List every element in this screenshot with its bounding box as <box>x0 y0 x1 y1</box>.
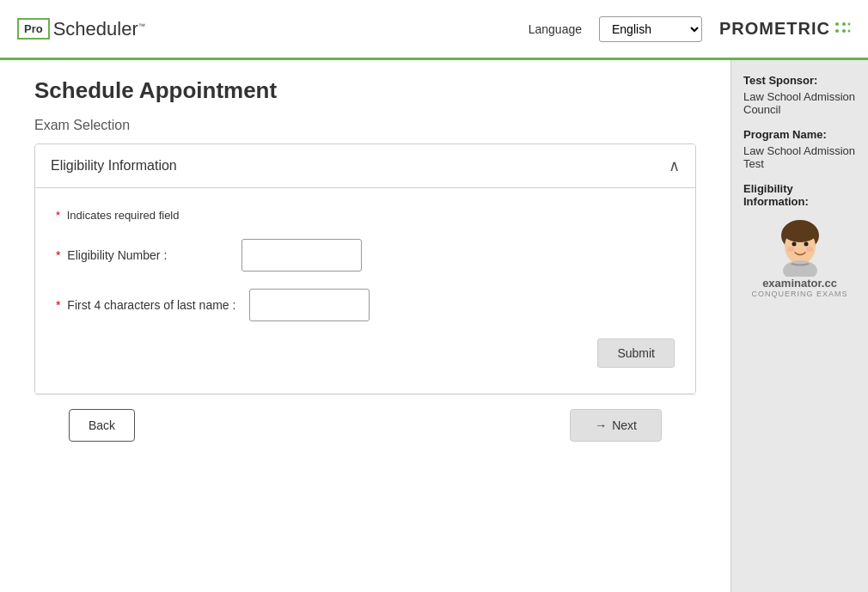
back-button[interactable]: Back <box>69 409 135 442</box>
required-note: * Indicates required field <box>56 209 675 222</box>
language-select[interactable]: English Spanish French <box>599 16 702 42</box>
watermark-tagline: CONQUERING EXAMS <box>751 290 847 298</box>
required-asterisk-2: * <box>56 298 64 312</box>
logo-pro: Pro <box>24 22 43 35</box>
watermark-site: examinator.cc <box>762 277 837 290</box>
required-asterisk-1: * <box>56 248 64 262</box>
svg-point-13 <box>783 260 817 277</box>
page-title: Schedule Appointment <box>34 77 696 104</box>
test-sponsor-label: Test Sponsor: <box>743 74 856 87</box>
last-name-row: * First 4 characters of last name : <box>56 289 675 321</box>
svg-point-4 <box>848 22 851 25</box>
svg-point-2 <box>835 29 839 33</box>
svg-point-11 <box>787 247 794 252</box>
svg-point-0 <box>835 22 839 26</box>
footer-nav: Back → Next <box>34 394 696 455</box>
sidebar: Test Sponsor: Law School Admission Counc… <box>730 60 868 592</box>
svg-point-3 <box>842 29 846 33</box>
svg-point-12 <box>806 247 813 252</box>
svg-point-1 <box>842 22 846 26</box>
prometric-dots-icon <box>834 21 851 38</box>
avatar-icon <box>770 217 830 277</box>
language-label: Language <box>529 22 582 36</box>
eligibility-header[interactable]: Eligibility Information ∧ <box>35 144 695 188</box>
next-button[interactable]: → Next <box>570 409 662 442</box>
eligibility-info-label: Eligibility Information: <box>743 182 856 208</box>
prometric-logo: PROMETRIC <box>719 19 851 39</box>
required-asterisk: * <box>56 209 60 222</box>
last-name-label: * First 4 characters of last name : <box>56 298 235 312</box>
avatar-area: examinator.cc CONQUERING EXAMS <box>743 217 856 298</box>
header-right: Language English Spanish French PROMETRI… <box>529 16 851 42</box>
section-label: Exam Selection <box>34 118 696 133</box>
logo: Pro Scheduler™ <box>17 18 145 40</box>
svg-point-8 <box>783 222 817 242</box>
header: Pro Scheduler™ Language English Spanish … <box>0 0 868 60</box>
eligibility-header-title: Eligibility Information <box>51 158 177 174</box>
main-container: Schedule Appointment Exam Selection Elig… <box>0 60 868 592</box>
next-arrow-icon: → <box>595 418 607 432</box>
svg-point-5 <box>848 29 851 32</box>
content-area: Schedule Appointment Exam Selection Elig… <box>0 60 730 592</box>
program-name-value: Law School Admission Test <box>743 144 856 170</box>
logo-box: Pro <box>17 18 50 40</box>
form-actions: Submit <box>56 339 675 368</box>
eligibility-number-input[interactable] <box>241 239 362 272</box>
submit-button[interactable]: Submit <box>597 339 675 368</box>
logo-scheduler: Scheduler <box>53 18 138 40</box>
logo-text: Scheduler™ <box>53 18 145 40</box>
svg-point-9 <box>792 242 796 247</box>
eligibility-number-row: * Eligibility Number : <box>56 239 675 272</box>
program-name-label: Program Name: <box>743 128 856 141</box>
svg-point-10 <box>804 242 808 247</box>
test-sponsor-value: Law School Admission Council <box>743 90 856 116</box>
eligibility-number-label: * Eligibility Number : <box>56 248 228 262</box>
last-name-input[interactable] <box>249 289 370 321</box>
next-label: Next <box>612 418 637 432</box>
eligibility-body: * Indicates required field * Eligibility… <box>35 188 695 394</box>
prometric-name: PROMETRIC <box>719 19 830 39</box>
eligibility-card: Eligibility Information ∧ * Indicates re… <box>34 143 696 394</box>
chevron-up-icon: ∧ <box>669 156 680 175</box>
